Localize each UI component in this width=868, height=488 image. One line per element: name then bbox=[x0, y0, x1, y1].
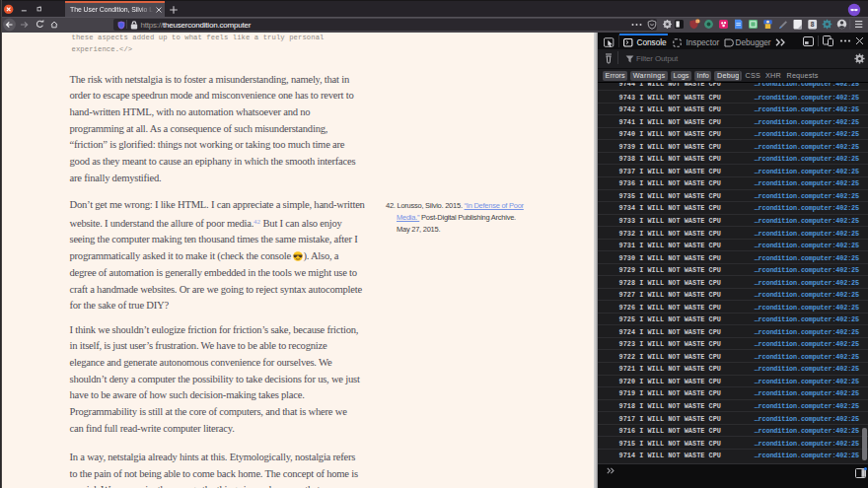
svg-text:13: 13 bbox=[696, 20, 700, 24]
svg-text:8: 8 bbox=[811, 21, 815, 28]
